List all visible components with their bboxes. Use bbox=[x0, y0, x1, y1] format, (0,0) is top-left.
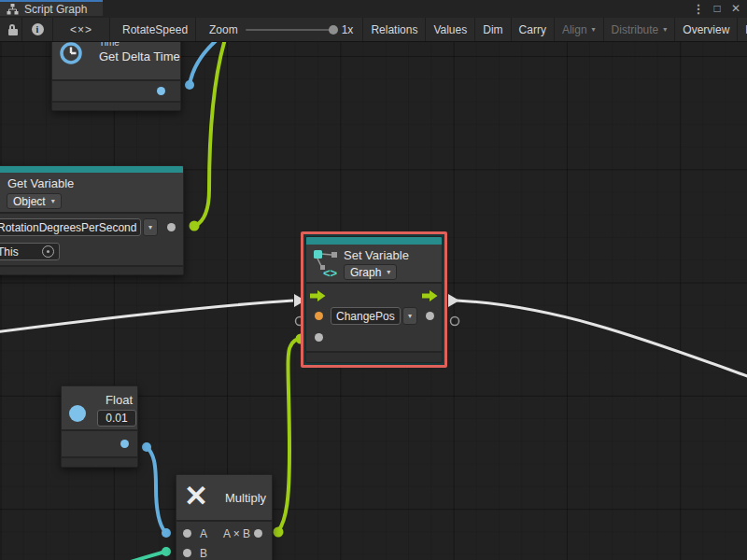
toolbar-left-group: i <×> RotateSpeed Zoom 1x bbox=[0, 18, 363, 41]
menu-icon[interactable]: ⋮ bbox=[691, 0, 706, 18]
graph-name: RotateSpeed bbox=[122, 23, 188, 36]
node-get-variable[interactable]: Get Variable Object▾ RotationDegreesPerS… bbox=[0, 165, 184, 275]
float-type-icon bbox=[69, 405, 86, 422]
code-icon: <×> bbox=[70, 23, 92, 36]
float-output-port[interactable] bbox=[120, 440, 129, 448]
multiply-b-wire[interactable] bbox=[120, 552, 165, 560]
multiply-b-wire-end[interactable] bbox=[162, 547, 171, 556]
set-variable-icon: <> bbox=[312, 248, 340, 278]
chevron-down-icon: ▾ bbox=[592, 25, 596, 34]
clock-icon bbox=[59, 42, 83, 65]
float-to-multiply-wire[interactable] bbox=[147, 447, 165, 532]
svg-text:<>: <> bbox=[323, 266, 338, 278]
set-variable-output-port[interactable] bbox=[426, 312, 434, 320]
node-surtitle: Time bbox=[99, 42, 180, 48]
multiply-to-setvariable-wire[interactable] bbox=[278, 339, 302, 531]
delta-time-wire[interactable] bbox=[190, 42, 218, 85]
graph-hierarchy-icon bbox=[7, 4, 19, 15]
node-float[interactable]: Float 0.01 bbox=[61, 385, 138, 468]
chevron-down-icon: ▾ bbox=[51, 197, 55, 205]
flow-input-port[interactable] bbox=[310, 290, 326, 301]
variable-name-port[interactable] bbox=[315, 312, 323, 320]
object-picker-icon[interactable] bbox=[42, 245, 54, 258]
maximize-icon[interactable]: □ bbox=[710, 0, 725, 18]
graph-toolbar: i <×> RotateSpeed Zoom 1x Relations V bbox=[0, 18, 747, 42]
node-set-variable[interactable]: <> Set Variable Graph▾ bbox=[305, 236, 443, 363]
window-controls: ⋮ □ ✕ bbox=[691, 0, 743, 18]
variable-name-field[interactable]: RotationDegreesPerSecond bbox=[0, 218, 141, 236]
port-label-b: B bbox=[200, 547, 207, 560]
multiply-a-port[interactable] bbox=[183, 529, 191, 538]
graph-breadcrumb[interactable]: RotateSpeed bbox=[110, 18, 196, 41]
delta-time-wire-end[interactable] bbox=[185, 80, 194, 90]
variable-name-field[interactable]: ChangePos bbox=[331, 307, 401, 325]
delta-time-output-port[interactable] bbox=[157, 87, 165, 95]
variable-scope-dropdown[interactable]: Object▾ bbox=[7, 193, 62, 209]
variable-name-caret-button[interactable]: ▾ bbox=[402, 307, 417, 325]
zoom-slider-thumb[interactable] bbox=[329, 25, 338, 35]
value-input-port[interactable] bbox=[315, 333, 323, 342]
variable-header-strip bbox=[306, 237, 442, 245]
node-title: Multiply bbox=[225, 491, 266, 505]
zoom-value: 1x bbox=[342, 23, 354, 36]
node-title: Get Delta Time bbox=[99, 49, 180, 63]
full-screen-button[interactable]: Full Screen bbox=[738, 18, 747, 41]
zoom-control: Zoom 1x bbox=[196, 18, 363, 41]
distribute-button: Distribute▾ bbox=[604, 18, 676, 41]
graph-canvas[interactable]: Time Get Delta Time Get Variable Object▾ bbox=[0, 42, 747, 560]
selection-highlight: <> Set Variable Graph▾ bbox=[301, 231, 447, 368]
chevron-down-icon: ▾ bbox=[148, 223, 152, 231]
variable-scope-dropdown[interactable]: Graph▾ bbox=[344, 264, 397, 280]
tab-title: Script Graph bbox=[24, 3, 87, 16]
carry-button[interactable]: Carry bbox=[512, 18, 555, 41]
target-object-field[interactable]: This bbox=[0, 243, 60, 260]
script-graph-window: Script Graph ⋮ □ ✕ i <×> bbox=[0, 0, 747, 560]
flow-output-port[interactable] bbox=[422, 290, 438, 301]
node-title: Get Variable bbox=[7, 176, 74, 190]
code-view-button[interactable]: <×> bbox=[53, 18, 110, 41]
align-button: Align▾ bbox=[555, 18, 604, 41]
info-button[interactable]: i bbox=[22, 18, 53, 41]
relations-button[interactable]: Relations bbox=[363, 18, 426, 41]
flow-wire-left[interactable] bbox=[0, 301, 293, 332]
port-label-a: A bbox=[200, 527, 207, 540]
node-get-delta-time[interactable]: Time Get Delta Time bbox=[51, 42, 181, 111]
zoom-label: Zoom bbox=[209, 23, 238, 36]
chevron-down-icon: ▾ bbox=[387, 268, 390, 276]
lock-button[interactable] bbox=[0, 18, 22, 41]
info-icon: i bbox=[32, 23, 44, 35]
chevron-down-icon: ▾ bbox=[408, 312, 412, 320]
variable-header-strip bbox=[0, 166, 183, 173]
flow-output-arrow[interactable] bbox=[448, 294, 459, 307]
close-icon[interactable]: ✕ bbox=[728, 0, 743, 18]
zoom-slider[interactable] bbox=[246, 29, 334, 31]
multiply-icon: ✕ bbox=[184, 479, 208, 513]
toolbar-right-group: Relations Values Dim Carry Align▾ Distri… bbox=[363, 18, 747, 41]
get-variable-wire[interactable] bbox=[195, 42, 225, 226]
chevron-down-icon: ▾ bbox=[663, 25, 667, 34]
empty-port-right[interactable] bbox=[451, 317, 459, 326]
tab-script-graph[interactable]: Script Graph bbox=[0, 0, 103, 16]
overview-button[interactable]: Overview bbox=[675, 18, 738, 41]
flow-wire-right[interactable] bbox=[457, 301, 747, 378]
float-value-input[interactable]: 0.01 bbox=[97, 410, 136, 427]
node-multiply[interactable]: ✕ Multiply A A × B B bbox=[176, 474, 273, 560]
multiply-b-port[interactable] bbox=[183, 549, 191, 557]
port-label-out: A × B bbox=[223, 527, 250, 540]
values-button[interactable]: Values bbox=[426, 18, 475, 41]
variable-name-caret-button[interactable]: ▾ bbox=[143, 218, 158, 236]
node-title: Float bbox=[106, 393, 133, 407]
get-variable-wire-end[interactable] bbox=[190, 221, 200, 231]
lock-icon bbox=[7, 24, 14, 35]
float-wire-start[interactable] bbox=[142, 442, 151, 452]
multiply-a-wire-end[interactable] bbox=[162, 528, 171, 538]
dim-button[interactable]: Dim bbox=[475, 18, 511, 41]
node-title: Set Variable bbox=[344, 248, 409, 262]
multiply-output-port[interactable] bbox=[254, 529, 262, 538]
multiply-wire-start[interactable] bbox=[274, 527, 284, 538]
tab-bar: Script Graph ⋮ □ ✕ bbox=[0, 0, 747, 18]
get-variable-output-port[interactable] bbox=[167, 223, 176, 231]
